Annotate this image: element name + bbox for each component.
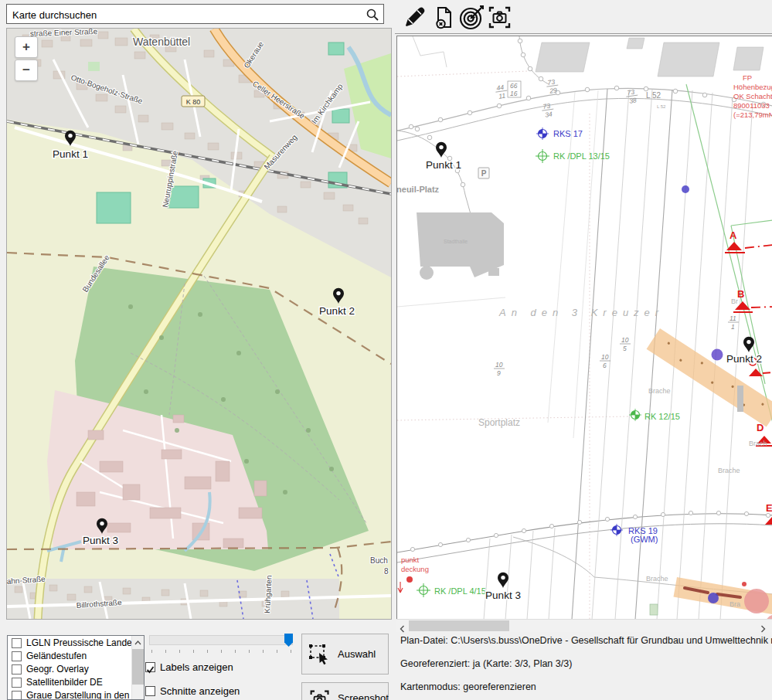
scrollbar-thumb[interactable] xyxy=(409,620,509,631)
svg-text:Punkt 1: Punkt 1 xyxy=(426,159,461,171)
svg-text:38: 38 xyxy=(629,96,638,104)
svg-text:FP: FP xyxy=(743,73,752,82)
brache-label-3: Brach xyxy=(749,440,767,447)
green-square xyxy=(88,62,100,71)
layer-checkbox[interactable] xyxy=(12,664,22,675)
svg-text:73: 73 xyxy=(547,78,556,87)
labels-anzeigen-checkbox[interactable] xyxy=(145,662,155,672)
svg-text:6: 6 xyxy=(603,362,607,369)
sportplatz-label: Sportplatz xyxy=(478,417,520,428)
svg-text:44: 44 xyxy=(496,83,505,92)
layer-item-gelaendestufen[interactable]: Geländestufen xyxy=(8,650,144,662)
svg-text:Punkt 1: Punkt 1 xyxy=(53,148,88,160)
svg-text:73: 73 xyxy=(627,88,635,97)
layer-list-scrollbar[interactable] xyxy=(131,636,144,699)
scroll-right-icon[interactable] xyxy=(759,622,770,630)
brache-label-2: Brache xyxy=(718,467,740,474)
screenshot-icon xyxy=(309,689,331,700)
zoom-out-button[interactable]: − xyxy=(15,59,38,81)
layer-item-graue-darstellung[interactable]: Graue Darstellung in den xyxy=(8,689,144,700)
schnitte-anzeigen-checkbox[interactable] xyxy=(145,686,155,696)
pencil-icon[interactable] xyxy=(401,5,427,30)
slider-tick xyxy=(165,650,166,653)
rkdpl1315-label: RK /DPL 13/15 xyxy=(553,151,610,161)
scroll-left-icon[interactable] xyxy=(399,622,410,630)
auswahl-button[interactable]: Auswahl xyxy=(301,634,389,675)
search-input[interactable] xyxy=(11,5,366,24)
opacity-slider[interactable] xyxy=(149,635,293,645)
svg-text:deckung: deckung xyxy=(401,565,429,573)
svg-text:punkt: punkt xyxy=(401,556,420,564)
layer-checkbox[interactable] xyxy=(12,638,22,648)
svg-text:K 80: K 80 xyxy=(186,98,201,106)
layer-checkbox[interactable] xyxy=(12,691,22,700)
camera-icon[interactable] xyxy=(488,5,514,30)
brache-label-5: Bra xyxy=(729,600,740,608)
layer-list[interactable]: LGLN Preussische Lande Geländestufen Geo… xyxy=(7,635,145,700)
brache-label-4: Brache xyxy=(646,575,668,583)
svg-text:9: 9 xyxy=(497,369,501,377)
svg-text:73: 73 xyxy=(542,102,551,110)
layer-checkbox[interactable] xyxy=(12,678,22,688)
status-georeferenced: Georeferenziert: ja (Karte: 3/3, Plan 3/… xyxy=(400,658,572,669)
file-remove-icon[interactable] xyxy=(431,5,457,30)
svg-text:E: E xyxy=(766,502,772,514)
svg-text:29: 29 xyxy=(549,86,558,94)
svg-text:16: 16 xyxy=(510,90,518,97)
svg-text:5: 5 xyxy=(623,345,627,352)
layer-checkbox[interactable] xyxy=(12,651,22,661)
svg-text:66: 66 xyxy=(510,82,518,90)
svg-text:OK Schachtd: OK Schachtd xyxy=(733,92,772,100)
search-icon[interactable] xyxy=(366,8,379,24)
slider-tick xyxy=(263,650,264,653)
scrollbar-thumb[interactable] xyxy=(132,649,144,685)
svg-text:D: D xyxy=(757,422,763,433)
svg-text:B: B xyxy=(737,288,744,300)
status-map-mode: Kartenmodus: georeferenzieren xyxy=(400,681,536,692)
plan-view[interactable]: Stadthalle P FP Höhenbezug OK Schachtd 8… xyxy=(396,36,772,620)
boundary-label-buch: Buch xyxy=(370,556,388,565)
osm-map-canvas: straße Einer Straße Watenbüttel Otto-Bog… xyxy=(7,29,391,619)
slider-tick xyxy=(207,650,208,653)
gwm-label: (GWM) xyxy=(631,535,658,544)
street-an-den-3-kreuzer: An den 3 Kreuzer xyxy=(498,307,664,318)
l52-label: L 52 xyxy=(646,91,661,100)
parking-icon: P xyxy=(478,168,489,178)
layer-item-satellitenbilder[interactable]: Satellitenbilder DE xyxy=(8,676,144,688)
monument-rect xyxy=(737,386,743,412)
svg-text:A: A xyxy=(729,229,737,241)
layer-item-geogr-overlay[interactable]: Geogr. Overlay xyxy=(8,663,144,675)
slider-tick xyxy=(277,650,277,653)
scroll-up-icon[interactable] xyxy=(132,636,144,647)
selection-icon xyxy=(308,644,332,668)
svg-text:P: P xyxy=(481,169,487,178)
slider-tick xyxy=(249,650,250,653)
slider-tick xyxy=(193,650,194,653)
svg-text:10: 10 xyxy=(601,353,609,361)
svg-text:10: 10 xyxy=(621,336,629,344)
svg-text:11: 11 xyxy=(729,314,736,322)
l52-label-small: L 52 xyxy=(657,104,666,109)
screenshot-button[interactable]: Screenshot xyxy=(301,682,389,700)
small-green-rect xyxy=(650,604,658,615)
labels-anzeigen-label: Labels anzeigen xyxy=(160,661,233,673)
map-search-box[interactable] xyxy=(6,4,384,24)
brache-label-6: Br xyxy=(731,297,738,305)
plan-horizontal-scrollbar[interactable] xyxy=(396,619,772,632)
boundary-label-8: 8 xyxy=(384,567,389,576)
slider-tick xyxy=(151,650,152,653)
slider-tick xyxy=(221,650,222,653)
svg-text:Punkt 3: Punkt 3 xyxy=(485,590,521,601)
zoom-in-button[interactable]: + xyxy=(15,36,38,58)
rks17-label: RKS 17 xyxy=(553,129,583,138)
layer-item-lgln[interactable]: LGLN Preussische Lande xyxy=(8,637,144,649)
osm-map[interactable]: straße Einer Straße Watenbüttel Otto-Bog… xyxy=(6,28,392,620)
platz-label: ineuil-Platz xyxy=(397,185,440,194)
svg-text:Punkt 2: Punkt 2 xyxy=(726,353,762,365)
rk1215-label: RK 12/15 xyxy=(644,412,680,421)
rkdpl415-label: RK /DPL 4/15 xyxy=(434,586,486,596)
svg-text:1: 1 xyxy=(731,323,735,331)
target-icon[interactable] xyxy=(459,5,485,30)
svg-text:890011033: 890011033 xyxy=(733,101,770,110)
road-badge-k80: K 80 xyxy=(182,96,205,107)
